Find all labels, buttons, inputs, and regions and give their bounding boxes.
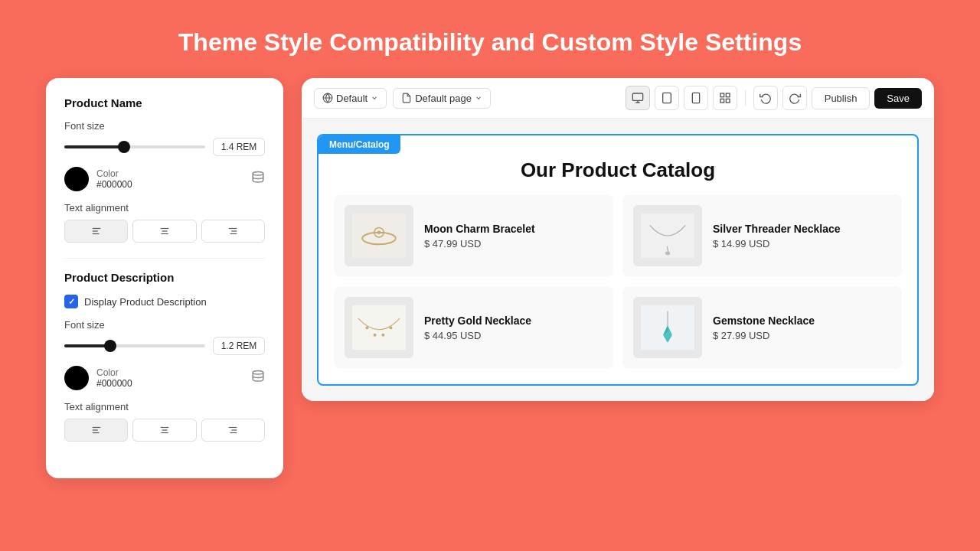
- tablet-view-btn[interactable]: [655, 86, 679, 110]
- product-card-2[interactable]: Pretty Gold Necklace $ 44.95 USD: [334, 286, 613, 369]
- slider-fill-2: [64, 344, 106, 347]
- product-name-1: Silver Threader Necklace: [713, 223, 841, 235]
- product-card-3[interactable]: Gemstone Necklace $ 27.99 USD: [622, 286, 902, 369]
- color-value-1: #000000: [96, 179, 132, 190]
- color-swatch-2[interactable]: [64, 366, 89, 390]
- product-card-1[interactable]: Silver Threader Necklace $ 14.99 USD: [622, 194, 902, 277]
- mobile-view-btn[interactable]: [684, 86, 708, 110]
- product-price-1: $ 14.99 USD: [713, 238, 841, 249]
- page-selector[interactable]: Default page: [393, 88, 491, 109]
- color-label-1: Color: [96, 168, 132, 179]
- catalog-tab[interactable]: Menu/Catalog: [318, 135, 400, 154]
- product-name-2: Pretty Gold Necklace: [424, 315, 531, 327]
- page-title: Theme Style Compatibility and Custom Sty…: [148, 0, 832, 78]
- product-image-0: [345, 205, 413, 266]
- desktop-view-btn[interactable]: [626, 86, 650, 110]
- product-image-2: [345, 297, 413, 358]
- font-size-label-1: Font size: [64, 120, 265, 132]
- checkbox-label: Display Product Description: [84, 296, 207, 308]
- svg-rect-31: [720, 99, 724, 103]
- align-left-btn-1[interactable]: [64, 220, 128, 243]
- product-name-0: Moon Charm Bracelet: [424, 223, 535, 235]
- color-row-1: Color #000000: [64, 167, 265, 191]
- alignment-row-2: [64, 419, 265, 442]
- product-price-0: $ 47.99 USD: [424, 238, 535, 249]
- text-align-label-1: Text alignment: [64, 202, 265, 214]
- undo-btn[interactable]: [753, 86, 778, 110]
- slider-track-1[interactable]: [64, 145, 205, 148]
- product-description-section: Product Description Display Product Desc…: [64, 271, 265, 442]
- redo-btn[interactable]: [782, 86, 807, 110]
- color-label-2: Color: [96, 367, 132, 378]
- font-size-slider-row-2: 1.2 REM: [64, 337, 265, 355]
- svg-point-0: [253, 171, 263, 175]
- product-grid: Moon Charm Bracelet $ 47.99 USD: [334, 194, 902, 369]
- align-right-btn-2[interactable]: [201, 419, 265, 442]
- svg-point-10: [253, 370, 263, 374]
- product-name-section: Product Name Font size 1.4 REM Color #00…: [64, 96, 265, 243]
- align-right-btn-1[interactable]: [201, 220, 265, 243]
- product-price-3: $ 27.99 USD: [713, 330, 815, 341]
- slider-value-1[interactable]: 1.4 REM: [213, 138, 265, 156]
- catalog-inner: Our Product Catalog: [318, 135, 917, 384]
- svg-rect-27: [692, 93, 699, 103]
- db-icon-2[interactable]: [251, 370, 265, 387]
- font-size-label-2: Font size: [64, 319, 265, 331]
- svg-point-36: [377, 231, 381, 235]
- svg-rect-40: [352, 305, 406, 350]
- theme-selector[interactable]: Default: [314, 88, 387, 109]
- slider-thumb-2[interactable]: [104, 340, 116, 352]
- publish-button[interactable]: Publish: [812, 87, 871, 109]
- catalog-title: Our Product Catalog: [334, 158, 902, 182]
- theme-label: Default: [336, 93, 368, 104]
- layout-btn[interactable]: [713, 86, 737, 110]
- color-row-2: Color #000000: [64, 366, 265, 390]
- slider-value-2[interactable]: 1.2 REM: [213, 337, 265, 355]
- alignment-row-1: [64, 220, 265, 243]
- save-button[interactable]: Save: [874, 88, 922, 109]
- svg-point-39: [665, 252, 670, 256]
- product-name-3: Gemstone Necklace: [713, 315, 815, 327]
- text-align-label-2: Text alignment: [64, 401, 265, 412]
- svg-point-42: [374, 334, 377, 337]
- product-card-0[interactable]: Moon Charm Bracelet $ 47.99 USD: [334, 194, 613, 277]
- checkbox-row: Display Product Description: [64, 295, 265, 308]
- svg-rect-29: [720, 93, 724, 97]
- color-value-2: #000000: [96, 378, 132, 389]
- product-image-1: [633, 205, 702, 266]
- svg-rect-30: [726, 93, 730, 97]
- svg-point-43: [382, 334, 385, 337]
- catalog-wrapper: Menu/Catalog Our Product Catalog: [317, 134, 919, 386]
- section-divider: [64, 258, 265, 259]
- slider-thumb-1[interactable]: [118, 141, 130, 153]
- color-swatch-1[interactable]: [64, 167, 89, 191]
- svg-point-41: [366, 327, 369, 330]
- editor-panel: Default Default page: [302, 78, 934, 401]
- product-name-heading: Product Name: [64, 96, 265, 109]
- canvas-area: Menu/Catalog Our Product Catalog: [302, 119, 934, 401]
- svg-rect-33: [352, 214, 406, 258]
- display-checkbox[interactable]: [64, 295, 78, 308]
- svg-rect-22: [632, 93, 642, 100]
- settings-panel: Product Name Font size 1.4 REM Color #00…: [46, 78, 283, 478]
- slider-track-2[interactable]: [64, 344, 205, 347]
- page-label: Default page: [415, 93, 472, 104]
- product-desc-heading: Product Description: [64, 271, 265, 284]
- db-icon-1[interactable]: [251, 171, 265, 188]
- product-price-2: $ 44.95 USD: [424, 330, 531, 341]
- align-left-btn-2[interactable]: [64, 419, 128, 442]
- editor-toolbar: Default Default page: [302, 78, 934, 119]
- align-center-btn-2[interactable]: [132, 419, 196, 442]
- slider-fill-1: [64, 145, 121, 148]
- svg-rect-25: [662, 93, 671, 103]
- toolbar-divider: [745, 90, 746, 106]
- svg-point-44: [390, 327, 393, 330]
- align-center-btn-1[interactable]: [132, 220, 196, 243]
- product-image-3: [633, 297, 702, 358]
- toolbar-right-controls: Publish Save: [626, 86, 922, 110]
- font-size-slider-row-1: 1.4 REM: [64, 138, 265, 156]
- svg-rect-32: [726, 99, 730, 103]
